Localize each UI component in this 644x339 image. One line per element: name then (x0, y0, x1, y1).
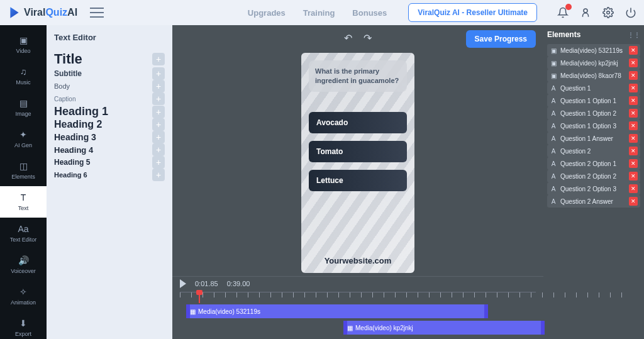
element-row-2[interactable]: ▣Media(video) 8kaor78✕ (547, 69, 640, 82)
text-icon: A (550, 97, 557, 104)
logo-ai: AI (67, 7, 77, 18)
rail-elements[interactable]: ◫Elements (0, 155, 47, 186)
add-h3-button[interactable]: + (152, 131, 165, 143)
text-style-h2[interactable]: Heading 2+ (54, 118, 165, 131)
delete-element-button[interactable]: ✕ (629, 134, 638, 143)
nav-upgrades[interactable]: Upgrades (248, 8, 286, 18)
element-row-3[interactable]: AQuestion 1✕ (547, 82, 640, 94)
ai-icon: ✦ (18, 130, 28, 140)
rail-text-editor[interactable]: AaText Editor (0, 218, 47, 249)
element-row-7[interactable]: AQuestion 1 Answer✕ (547, 132, 640, 145)
element-row-10[interactable]: AQuestion 2 Option 2✕ (547, 170, 640, 182)
option-2[interactable]: Tomato (309, 141, 407, 162)
stage[interactable]: What is the primary ingredient in guacam… (172, 50, 543, 276)
save-progress-button[interactable]: Save Progress (466, 30, 536, 48)
reseller-button[interactable]: ViralQuiz AI - Reseller Ultimate (408, 3, 537, 22)
element-row-12[interactable]: AQuestion 2 Answer✕ (547, 195, 640, 208)
delete-element-button[interactable]: ✕ (629, 147, 638, 155)
power-icon[interactable] (625, 7, 636, 18)
logo[interactable]: ViralQuizAI (8, 6, 77, 19)
add-h1-button[interactable]: + (152, 106, 165, 118)
option-1[interactable]: Avocado (309, 112, 407, 133)
element-row-11[interactable]: AQuestion 2 Option 3✕ (547, 182, 640, 195)
element-row-5[interactable]: AQuestion 1 Option 2✕ (547, 107, 640, 119)
add-body-button[interactable]: + (152, 80, 165, 92)
delete-element-button[interactable]: ✕ (629, 109, 638, 118)
add-subtitle-button[interactable]: + (152, 67, 165, 80)
rail-export[interactable]: ⬇Export (0, 312, 47, 339)
add-h4-button[interactable]: + (152, 143, 165, 156)
rail-image[interactable]: ▤Image (0, 92, 47, 123)
text-style-label: Heading 2 (54, 119, 102, 130)
add-h6-button[interactable]: + (152, 169, 165, 181)
text-style-h4[interactable]: Heading 4+ (54, 143, 165, 156)
text-style-h5[interactable]: Heading 5+ (54, 156, 165, 169)
rail-music[interactable]: ♫Music (0, 60, 47, 92)
element-label: Question 1 Answer (560, 135, 626, 142)
nav-training[interactable]: Training (303, 8, 335, 18)
menu-toggle-icon[interactable] (90, 8, 104, 18)
timeline-ruler[interactable] (180, 292, 536, 303)
text-style-label: Subtitle (54, 69, 82, 78)
text-style-h6[interactable]: Heading 6+ (54, 169, 165, 181)
text-icon: A (550, 122, 557, 130)
clip-1[interactable]: ▦ Media(video) 532119s (186, 304, 488, 318)
text-style-caption[interactable]: Caption+ (54, 92, 165, 105)
video-icon: ▣ (550, 59, 557, 67)
rail-ai-gen[interactable]: ✦AI Gen (0, 123, 47, 155)
text-style-label: Heading 4 (54, 145, 93, 155)
question-text[interactable]: What is the primary ingredient in guacam… (309, 60, 407, 92)
redo-icon[interactable]: ↷ (364, 32, 372, 44)
undo-icon[interactable]: ↶ (344, 32, 352, 44)
add-h2-button[interactable]: + (152, 118, 165, 131)
option-3[interactable]: Lettuce (309, 170, 407, 191)
nav-bonuses[interactable]: Bonuses (352, 8, 387, 18)
delete-element-button[interactable]: ✕ (629, 121, 638, 130)
text-style-body[interactable]: Body+ (54, 80, 165, 92)
playhead[interactable] (199, 292, 200, 303)
delete-element-button[interactable]: ✕ (629, 46, 638, 55)
delete-element-button[interactable]: ✕ (629, 96, 638, 105)
website-text[interactable]: Yourwebsite.com (309, 256, 407, 265)
element-row-6[interactable]: AQuestion 1 Option 3✕ (547, 119, 640, 132)
rail-video[interactable]: ▣Video (0, 29, 47, 60)
element-row-0[interactable]: ▣Media(video) 532119s✕ (547, 44, 640, 57)
gear-icon[interactable] (602, 7, 614, 18)
drag-handle-icon[interactable]: ⋮⋮ (628, 31, 640, 38)
rail-animation[interactable]: ✧Animation (0, 281, 47, 312)
play-button-icon[interactable] (180, 279, 186, 288)
element-row-4[interactable]: AQuestion 1 Option 1✕ (547, 94, 640, 107)
element-row-9[interactable]: AQuestion 2 Option 1✕ (547, 157, 640, 170)
delete-element-button[interactable]: ✕ (629, 159, 638, 168)
image-icon: ▤ (18, 98, 28, 108)
delete-element-button[interactable]: ✕ (629, 172, 638, 181)
main: ▣Video♫Music▤Image✦AI Gen◫ElementsTTextA… (0, 25, 644, 339)
clip-2[interactable]: ▦ Media(video) kp2jnkj (343, 321, 545, 335)
element-row-8[interactable]: AQuestion 2✕ (547, 145, 640, 157)
text-style-label: Heading 5 (54, 158, 90, 167)
add-caption-button[interactable]: + (152, 92, 165, 105)
delete-element-button[interactable]: ✕ (629, 197, 638, 206)
text-style-label: Title (54, 51, 82, 67)
user-icon[interactable] (580, 7, 591, 18)
text-style-title[interactable]: Title+ (54, 51, 165, 67)
rail-label: Voiceover (11, 268, 36, 274)
add-title-button[interactable]: + (152, 53, 165, 65)
element-row-1[interactable]: ▣Media(video) kp2jnkj✕ (547, 57, 640, 69)
rail-voiceover[interactable]: 🔊Voiceover (0, 249, 47, 281)
bell-icon[interactable] (557, 7, 569, 18)
text-style-h1[interactable]: Heading 1+ (54, 105, 165, 118)
text-style-label: Heading 3 (54, 132, 96, 142)
video-icon: ▣ (550, 72, 557, 79)
delete-element-button[interactable]: ✕ (629, 58, 638, 67)
rail-text[interactable]: TText (0, 186, 47, 218)
preview-phone: What is the primary ingredient in guacam… (301, 53, 414, 273)
delete-element-button[interactable]: ✕ (629, 71, 638, 80)
delete-element-button[interactable]: ✕ (629, 184, 638, 193)
rail-label: Elements (11, 174, 35, 180)
text-style-h3[interactable]: Heading 3+ (54, 131, 165, 143)
delete-element-button[interactable]: ✕ (629, 84, 638, 92)
text-style-subtitle[interactable]: Subtitle+ (54, 67, 165, 80)
rail-label: Export (15, 331, 31, 337)
add-h5-button[interactable]: + (152, 156, 165, 169)
